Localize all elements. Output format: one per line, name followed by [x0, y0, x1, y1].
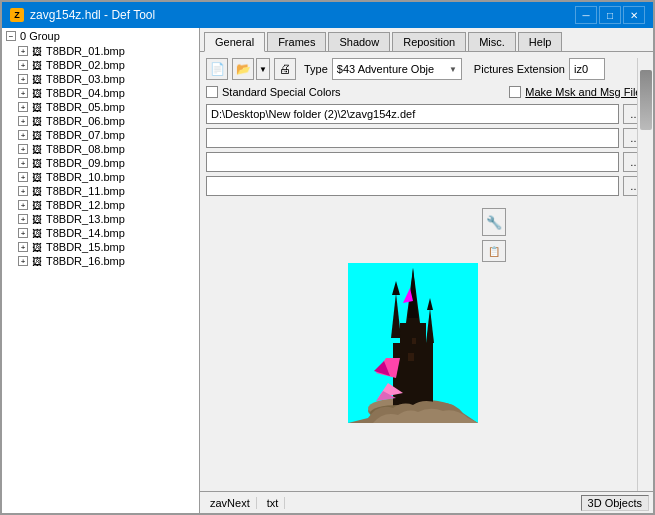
status-item-2: txt — [261, 497, 286, 509]
tree-item[interactable]: +🖼T8BDR_11.bmp — [2, 184, 199, 198]
make-msk-label: Make Msk and Msg Files — [525, 86, 647, 98]
status-item-1: zavNext — [204, 497, 257, 509]
main-window: Z zavg154z.hdl - Def Tool ─ □ ✕ − 0 Grou… — [0, 0, 655, 515]
standard-colors-box — [206, 86, 218, 98]
make-msk-box — [509, 86, 521, 98]
open-dropdown-arrow[interactable]: ▼ — [256, 58, 270, 80]
toolbar-row: 📄 📂 ▼ 🖨 Type $43 Adventure Obje ▼ Pictur… — [206, 58, 647, 80]
tree-item-expand[interactable]: + — [18, 242, 28, 252]
tree-item-expand[interactable]: + — [18, 88, 28, 98]
wrench-button[interactable]: 🔧 — [482, 208, 506, 236]
tree-item-label: T8BDR_11.bmp — [46, 185, 125, 197]
right-strip — [637, 58, 653, 491]
tree-item-expand[interactable]: + — [18, 46, 28, 56]
close-button[interactable]: ✕ — [623, 6, 645, 24]
tab-bar: GeneralFramesShadowRepositionMisc.Help — [200, 28, 653, 52]
tree-root[interactable]: − 0 Group — [2, 28, 199, 44]
empty-row-2: … — [206, 152, 647, 172]
tree-item[interactable]: +🖼T8BDR_10.bmp — [2, 170, 199, 184]
tree-item-expand[interactable]: + — [18, 116, 28, 126]
scroll-thumb[interactable] — [640, 70, 652, 130]
castle-svg — [348, 263, 478, 423]
tree-item-label: T8BDR_09.bmp — [46, 157, 125, 169]
file-icon: 🖼 — [32, 74, 42, 85]
tree-item[interactable]: +🖼T8BDR_03.bmp — [2, 72, 199, 86]
tree-item-label: T8BDR_05.bmp — [46, 101, 125, 113]
make-msk-checkbox[interactable]: Make Msk and Msg Files — [509, 86, 647, 98]
tree-item-expand[interactable]: + — [18, 102, 28, 112]
tree-item-label: T8BDR_07.bmp — [46, 129, 125, 141]
tree-item[interactable]: +🖼T8BDR_15.bmp — [2, 240, 199, 254]
tree-item[interactable]: +🖼T8BDR_02.bmp — [2, 58, 199, 72]
file-icon: 🖼 — [32, 130, 42, 141]
tab-shadow[interactable]: Shadow — [328, 32, 390, 51]
open-button[interactable]: 📂 — [232, 58, 254, 80]
right-panel: GeneralFramesShadowRepositionMisc.Help 📄… — [200, 28, 653, 513]
ext-field[interactable] — [569, 58, 605, 80]
empty-field-1 — [206, 128, 619, 148]
tree-item-expand[interactable]: + — [18, 186, 28, 196]
path-field[interactable] — [206, 104, 619, 124]
side-buttons: 🔧 📋 — [482, 200, 506, 262]
copy-button[interactable]: 📋 — [482, 240, 506, 262]
tree-item[interactable]: +🖼T8BDR_01.bmp — [2, 44, 199, 58]
tree-item-expand[interactable]: + — [18, 228, 28, 238]
tree-item-expand[interactable]: + — [18, 130, 28, 140]
tree-item[interactable]: +🖼T8BDR_04.bmp — [2, 86, 199, 100]
tab-misc[interactable]: Misc. — [468, 32, 516, 51]
main-content: − 0 Group +🖼T8BDR_01.bmp+🖼T8BDR_02.bmp+🖼… — [2, 28, 653, 513]
tree-item-label: T8BDR_03.bmp — [46, 73, 125, 85]
tree-item-expand[interactable]: + — [18, 172, 28, 182]
tree-item[interactable]: +🖼T8BDR_14.bmp — [2, 226, 199, 240]
empty-field-2 — [206, 152, 619, 172]
tab-frames[interactable]: Frames — [267, 32, 326, 51]
print-button[interactable]: 🖨 — [274, 58, 296, 80]
tree-item[interactable]: +🖼T8BDR_16.bmp — [2, 254, 199, 268]
tree-item-label: T8BDR_10.bmp — [46, 171, 125, 183]
maximize-button[interactable]: □ — [599, 6, 621, 24]
new-button[interactable]: 📄 — [206, 58, 228, 80]
tab-reposition[interactable]: Reposition — [392, 32, 466, 51]
tree-item-label: T8BDR_01.bmp — [46, 45, 125, 57]
file-icon: 🖼 — [32, 116, 42, 127]
root-expand-icon[interactable]: − — [6, 31, 16, 41]
tree-item[interactable]: +🖼T8BDR_13.bmp — [2, 212, 199, 226]
tree-item-label: T8BDR_16.bmp — [46, 255, 125, 267]
tree-item-label: T8BDR_12.bmp — [46, 199, 125, 211]
tree-item[interactable]: +🖼T8BDR_09.bmp — [2, 156, 199, 170]
tree-item-label: T8BDR_02.bmp — [46, 59, 125, 71]
standard-colors-checkbox[interactable]: Standard Special Colors — [206, 86, 341, 98]
tree-item-label: T8BDR_04.bmp — [46, 87, 125, 99]
file-icon: 🖼 — [32, 88, 42, 99]
tree-item-expand[interactable]: + — [18, 60, 28, 70]
bottom-bar: zavNext txt 3D Objects — [200, 491, 653, 513]
tree-item[interactable]: +🖼T8BDR_06.bmp — [2, 114, 199, 128]
tab-general[interactable]: General — [204, 32, 265, 52]
checkbox-row: Standard Special Colors Make Msk and Msg… — [206, 84, 647, 100]
empty-row-3: … — [206, 176, 647, 196]
tree-item-expand[interactable]: + — [18, 74, 28, 84]
tree-item[interactable]: +🖼T8BDR_12.bmp — [2, 198, 199, 212]
tree-item-expand[interactable]: + — [18, 256, 28, 266]
standard-colors-label: Standard Special Colors — [222, 86, 341, 98]
tree-item-expand[interactable]: + — [18, 144, 28, 154]
type-dropdown-arrow: ▼ — [449, 65, 457, 74]
status-item-3d: 3D Objects — [581, 495, 649, 511]
type-dropdown[interactable]: $43 Adventure Obje ▼ — [332, 58, 462, 80]
tree-item[interactable]: +🖼T8BDR_07.bmp — [2, 128, 199, 142]
file-icon: 🖼 — [32, 256, 42, 267]
minimize-button[interactable]: ─ — [575, 6, 597, 24]
empty-field-3 — [206, 176, 619, 196]
sidebar: − 0 Group +🖼T8BDR_01.bmp+🖼T8BDR_02.bmp+🖼… — [2, 28, 200, 513]
file-icon: 🖼 — [32, 60, 42, 71]
tree-item-expand[interactable]: + — [18, 158, 28, 168]
app-icon: Z — [10, 8, 24, 22]
empty-row-1: … — [206, 128, 647, 148]
tab-help[interactable]: Help — [518, 32, 563, 51]
tree-item[interactable]: +🖼T8BDR_08.bmp — [2, 142, 199, 156]
file-icon: 🖼 — [32, 228, 42, 239]
tree-item[interactable]: +🖼T8BDR_05.bmp — [2, 100, 199, 114]
tree-item-expand[interactable]: + — [18, 214, 28, 224]
type-label: Type — [304, 63, 328, 75]
tree-item-expand[interactable]: + — [18, 200, 28, 210]
